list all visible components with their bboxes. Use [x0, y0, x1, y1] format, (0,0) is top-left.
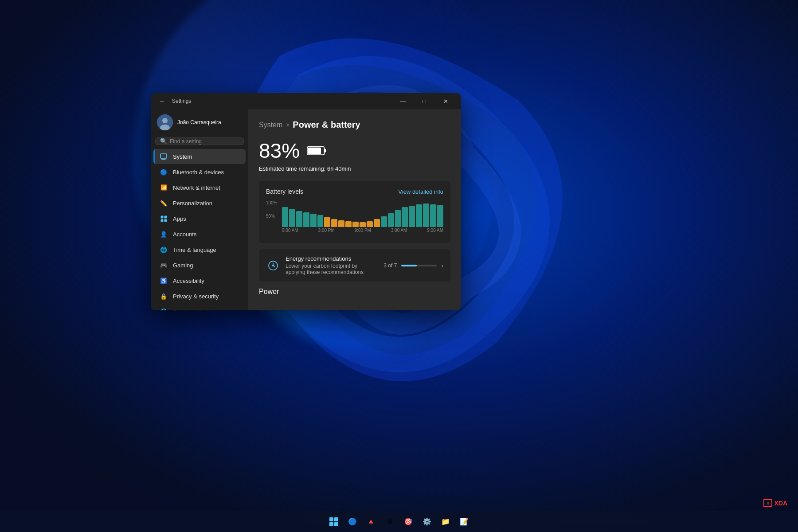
xda-text: XDA [774, 500, 787, 507]
svg-rect-9 [160, 219, 163, 222]
breadcrumb: System > Power & battery [259, 120, 450, 130]
close-button[interactable]: ✕ [435, 94, 456, 108]
sidebar-item-update[interactable]: Windows Update [153, 304, 246, 310]
chart-bar [331, 219, 337, 227]
sidebar-item-gaming[interactable]: 🎮 Gaming [153, 258, 246, 273]
sidebar-item-label-gaming: Gaming [173, 262, 193, 269]
chart-bar [409, 206, 415, 227]
bluetooth-icon: 🔵 [160, 168, 168, 176]
window-title: Settings [172, 98, 393, 104]
chart-header: Battery levels View detailed info [266, 188, 443, 195]
breadcrumb-arrow: > [286, 122, 289, 128]
energy-chevron-icon: › [441, 262, 443, 269]
chart-bar [430, 204, 436, 227]
chart-bar [317, 215, 324, 227]
sidebar-item-accounts[interactable]: 👤 Accounts [153, 227, 246, 242]
gaming-icon: 🎮 [160, 261, 168, 269]
chart-section: Battery levels View detailed info 100% 5… [259, 181, 450, 243]
window-body: João Carrasqueira 🔍 System 🔵 Bluetooth &… [151, 109, 461, 310]
chart-bar [388, 213, 394, 227]
search-box[interactable]: 🔍 [155, 137, 244, 145]
sidebar-item-apps[interactable]: Apps [153, 211, 246, 226]
privacy-icon: 🔒 [160, 292, 168, 300]
chart-bar [296, 211, 302, 227]
svg-rect-17 [329, 517, 333, 521]
personalization-icon: ✏️ [160, 199, 168, 207]
chart-bar [352, 222, 359, 227]
energy-icon [266, 258, 280, 273]
breadcrumb-current: Power & battery [293, 120, 360, 130]
sidebar: João Carrasqueira 🔍 System 🔵 Bluetooth &… [151, 109, 248, 310]
title-bar: ← Settings — □ ✕ [151, 93, 461, 109]
chart-x-9am2: 9:00 AM [427, 228, 443, 236]
sidebar-item-personalization[interactable]: ✏️ Personalization [153, 196, 246, 211]
chart-bar [381, 216, 387, 227]
sidebar-item-label-update: Windows Update [173, 309, 216, 311]
svg-rect-19 [329, 522, 333, 526]
svg-rect-14 [308, 148, 321, 154]
chart-bar [310, 214, 317, 227]
taskbar: 🔵 🔺 ⊕ 🎯 ⚙️ 📁 📝 [0, 511, 798, 532]
chart-bar [367, 221, 373, 227]
chart-bar [374, 219, 380, 227]
sidebar-item-network[interactable]: 📶 Network & internet [153, 180, 246, 195]
chart-bar [416, 204, 422, 227]
avatar-image [157, 114, 173, 130]
taskbar-start[interactable] [326, 514, 342, 530]
sidebar-item-label-time: Time & language [173, 246, 216, 253]
sidebar-item-label-system: System [173, 153, 192, 160]
chart-x-3am: 3:00 AM [391, 228, 407, 236]
chart-area: 100% 50% 9:00 AM 3:00 PM 9:00 PM 3:00 AM… [266, 200, 443, 236]
avatar [157, 114, 173, 130]
main-content: System > Power & battery 83% Estimated t… [248, 109, 461, 310]
sidebar-item-time[interactable]: 🌐 Time & language [153, 242, 246, 257]
sidebar-item-label-apps: Apps [173, 215, 186, 222]
xda-logo: X XDA [763, 499, 787, 507]
taskbar-settings-task[interactable]: ⚙️ [419, 514, 435, 530]
chart-title: Battery levels [266, 188, 303, 195]
taskbar-mail[interactable]: 🎯 [400, 514, 416, 530]
taskbar-browser[interactable]: 🔺 [363, 514, 379, 530]
battery-time-label: Estimated time remaining: [259, 165, 325, 172]
svg-point-2 [162, 118, 168, 123]
chart-bar [345, 221, 352, 227]
energy-right: 3 of 7 › [383, 262, 443, 269]
user-name: João Carrasqueira [177, 119, 221, 125]
maximize-button[interactable]: □ [414, 94, 434, 108]
sidebar-nav: System 🔵 Bluetooth & devices 📶 Network &… [151, 149, 248, 310]
taskbar-calendar[interactable]: ⊕ [382, 514, 398, 530]
sidebar-item-bluetooth[interactable]: 🔵 Bluetooth & devices [153, 164, 246, 180]
chart-bar [324, 217, 330, 227]
apps-icon [160, 215, 168, 223]
taskbar-files[interactable]: 📁 [438, 514, 454, 530]
svg-rect-6 [161, 160, 166, 160]
chart-x-9am: 9:00 AM [282, 228, 298, 236]
chart-bar [402, 207, 408, 227]
settings-window: ← Settings — □ ✕ João Carrasqueira [151, 93, 461, 310]
taskbar-search[interactable]: 🔵 [344, 514, 360, 530]
chart-bar [303, 212, 309, 227]
sidebar-item-label-bluetooth: Bluetooth & devices [173, 169, 224, 176]
system-icon [160, 153, 168, 160]
battery-icon-wrapper [307, 145, 326, 156]
chart-x-3pm: 3:00 PM [318, 228, 335, 236]
back-button[interactable]: ← [156, 95, 168, 107]
sidebar-item-privacy[interactable]: 🔒 Privacy & security [153, 289, 246, 304]
search-icon: 🔍 [160, 138, 167, 145]
energy-progress-fill [401, 265, 416, 266]
svg-rect-20 [334, 522, 338, 526]
chart-bar [360, 222, 366, 227]
energy-card[interactable]: Energy recommendations Lower your carbon… [259, 249, 450, 282]
window-controls: — □ ✕ [393, 94, 456, 108]
taskbar-notes[interactable]: 📝 [456, 514, 472, 530]
minimize-button[interactable]: — [393, 94, 413, 108]
sidebar-item-label-personalization: Personalization [173, 200, 212, 207]
xda-box: X [763, 499, 772, 507]
sidebar-item-accessibility[interactable]: ♿ Accessibility [153, 273, 246, 288]
update-icon [160, 308, 168, 310]
sidebar-item-label-network: Network & internet [173, 184, 220, 191]
energy-title: Energy recommendations [286, 255, 378, 262]
view-detailed-link[interactable]: View detailed info [398, 188, 443, 195]
sidebar-item-system[interactable]: System [153, 149, 246, 164]
search-input[interactable] [170, 138, 239, 145]
